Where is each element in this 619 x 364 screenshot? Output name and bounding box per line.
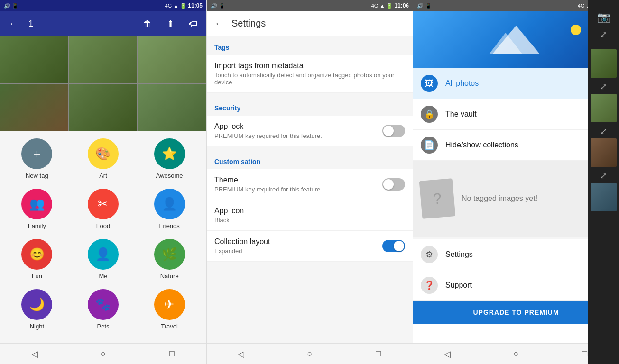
- expand-icon-2[interactable]: ⤢: [600, 82, 607, 92]
- no-tagged-text: No tagged images yet!: [462, 194, 537, 203]
- network-p2: 4G: [371, 3, 379, 9]
- app-lock-toggle[interactable]: [382, 125, 405, 137]
- tag-label-family: Family: [28, 222, 46, 229]
- toolbar-p1: ← 1 🗑 ⬆ 🏷: [0, 11, 206, 36]
- question-card: ?: [419, 178, 456, 219]
- photo-cell-3[interactable]: [138, 36, 206, 83]
- photo-cell-4[interactable]: [0, 84, 68, 131]
- tag-item-pets[interactable]: 🐾Pets: [74, 289, 133, 330]
- back-nav-p2[interactable]: ◁: [231, 344, 251, 364]
- tag-label-fun: Fun: [32, 273, 42, 280]
- photo-cell-1[interactable]: [0, 36, 68, 83]
- section-tags-header: Tags: [207, 36, 413, 55]
- back-button-settings[interactable]: ←: [214, 18, 224, 29]
- tag-label-friends: Friends: [159, 222, 179, 229]
- status-bar-p1: 🔊 📱 4G ▲ 🔋 11:05: [0, 0, 206, 11]
- all-photos-icon: 🖼: [421, 75, 438, 92]
- thumbnail-1: [591, 49, 617, 78]
- bottom-nav-p2: ◁ ○ □: [207, 343, 413, 364]
- app-lock-title: App lock: [214, 122, 382, 131]
- back-nav-p3[interactable]: ◁: [437, 344, 458, 364]
- battery-p2: 🔋: [386, 3, 393, 9]
- tag-circle-family: 👥: [21, 189, 52, 219]
- app-icon-title: App icon: [214, 207, 405, 215]
- tag-item-friends[interactable]: 👤Friends: [140, 189, 199, 229]
- signal-icon-p1: ▲: [173, 3, 178, 9]
- tag-item-food[interactable]: ✂Food: [74, 189, 133, 229]
- tags-grid: +New tag🎨Art⭐Awesome👥Family✂Food👤Friends…: [8, 138, 199, 330]
- network-p3: 4G: [578, 3, 585, 9]
- tag-item-family[interactable]: 👥Family: [8, 189, 66, 229]
- panel-settings: 🔊 📱 4G ▲ 🔋 11:06 ← Settings Tags Import …: [206, 0, 413, 364]
- expand-icon-strip[interactable]: ⤢: [600, 29, 607, 40]
- signal-p2: ▲: [379, 3, 385, 9]
- tag-circle-nature: 🌿: [154, 239, 185, 270]
- tag-button[interactable]: 🏷: [185, 16, 201, 31]
- tag-circle-food: ✂: [88, 189, 119, 219]
- tag-item-travel[interactable]: ✈Travel: [140, 289, 199, 330]
- tag-label-awesome: Awesome: [156, 172, 183, 179]
- collection-layout-toggle[interactable]: [382, 240, 405, 252]
- tag-label-art: Art: [99, 172, 107, 179]
- app-icon-item[interactable]: App icon Black: [207, 200, 413, 231]
- home-nav-p2[interactable]: ○: [299, 344, 320, 364]
- tag-item-night[interactable]: 🌙Night: [8, 289, 66, 330]
- photo-cell-6[interactable]: [138, 84, 206, 131]
- theme-toggle[interactable]: [382, 178, 405, 191]
- thumbnail-3: [591, 138, 617, 167]
- all-photos-label: All photos: [445, 79, 611, 88]
- vault-label: The vault: [445, 110, 592, 118]
- tag-item-art[interactable]: 🎨Art: [74, 138, 133, 179]
- time-p1: 11:05: [188, 2, 203, 9]
- hide-show-label: Hide/show collections: [445, 141, 592, 149]
- tag-label-new-tag: New tag: [26, 172, 48, 179]
- selection-count: 1: [28, 19, 33, 29]
- vault-icon: 🔒: [421, 106, 438, 123]
- share-button[interactable]: ⬆: [163, 16, 178, 31]
- tags-scroll: +New tag🎨Art⭐Awesome👥Family✂Food👤Friends…: [0, 131, 206, 343]
- tag-label-nature: Nature: [160, 273, 179, 280]
- home-nav-p3[interactable]: ○: [506, 344, 527, 364]
- section-customisation-header: Customisation: [207, 150, 413, 169]
- tag-item-fun[interactable]: 😊Fun: [8, 239, 66, 280]
- recent-nav-p1[interactable]: □: [162, 344, 183, 364]
- theme-item: Theme PREMIUM key required for this feat…: [207, 169, 413, 200]
- tag-item-me[interactable]: 👤Me: [74, 239, 133, 280]
- photo-cell-5[interactable]: [69, 84, 138, 131]
- tag-label-food: Food: [96, 222, 111, 229]
- recent-nav-p2[interactable]: □: [368, 344, 389, 364]
- expand-icon-3[interactable]: ⤢: [600, 126, 607, 136]
- theme-title: Theme: [214, 176, 382, 184]
- tag-item-awesome[interactable]: ⭐Awesome: [140, 138, 199, 179]
- camera-icon[interactable]: 📷: [597, 11, 610, 24]
- photos-grid: [0, 36, 206, 131]
- app-lock-item: App lock PREMIUM key required for this f…: [207, 116, 413, 146]
- theme-subtitle: PREMIUM key required for this feature.: [214, 186, 382, 193]
- collection-layout-item: Collection layout Expanded: [207, 231, 413, 262]
- toolbar-p2: ← Settings: [207, 11, 413, 36]
- tag-item-new-tag[interactable]: +New tag: [8, 138, 66, 179]
- mountain-decoration-2: [489, 33, 522, 54]
- tag-label-travel: Travel: [161, 323, 178, 330]
- back-nav-p1[interactable]: ◁: [24, 344, 45, 364]
- status-icons-left-p3: 🔊 📱: [417, 3, 432, 9]
- expand-icon-4[interactable]: ⤢: [600, 171, 607, 181]
- support-nav-label: Support: [445, 281, 611, 290]
- tag-label-pets: Pets: [97, 323, 109, 330]
- status-icons-right: 4G ▲ 🔋 11:05: [165, 2, 203, 9]
- delete-button[interactable]: 🗑: [140, 16, 155, 31]
- bottom-nav-p1: ◁ ○ □: [0, 343, 206, 364]
- photo-cell-2[interactable]: [69, 36, 138, 83]
- tag-circle-me: 👤: [88, 239, 119, 270]
- import-tags-item[interactable]: Import tags from metadata Touch to autom…: [207, 55, 413, 93]
- status-bar-p2: 🔊 📱 4G ▲ 🔋 11:06: [207, 0, 413, 11]
- home-nav-p1[interactable]: ○: [93, 344, 114, 364]
- tag-label-me: Me: [99, 273, 107, 280]
- section-security-header: Security: [207, 97, 413, 116]
- app-lock-subtitle: PREMIUM key required for this feature.: [214, 132, 382, 139]
- time-p2: 11:06: [394, 2, 409, 9]
- back-button-p1[interactable]: ←: [6, 16, 21, 31]
- sun-decoration: [571, 25, 581, 35]
- settings-content: Tags Import tags from metadata Touch to …: [207, 36, 413, 343]
- tag-item-nature[interactable]: 🌿Nature: [140, 239, 199, 280]
